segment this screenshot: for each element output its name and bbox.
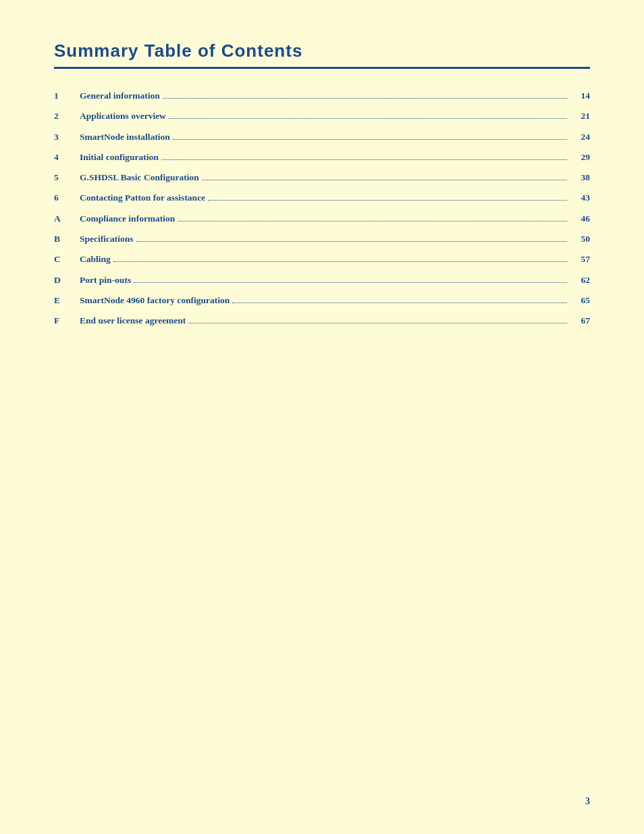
toc-dots [173,139,567,140]
toc-row[interactable]: 1General information14 [54,88,590,104]
toc-title: Initial configuration [80,149,159,165]
toc-page-number: 67 [570,313,590,329]
toc-dots [188,323,567,323]
toc-row[interactable]: 4Initial configuration29 [54,149,590,165]
toc-page-number: 65 [570,292,590,309]
toc-page-number: 43 [570,190,590,206]
toc-page-number: 50 [570,231,590,247]
toc-page-number: 46 [570,211,590,227]
page: Summary Table of Contents 1General infor… [0,0,644,834]
toc-number: E [54,292,80,309]
toc-title: SmartNode installation [80,129,170,145]
toc-row[interactable]: FEnd user license agreement67 [54,313,590,329]
toc-dots [113,261,567,262]
page-title: Summary Table of Contents [54,41,590,69]
toc-number: B [54,231,80,247]
toc-row[interactable]: 3SmartNode installation24 [54,129,590,145]
toc-dots [202,180,567,180]
toc-row[interactable]: 6Contacting Patton for assistance43 [54,190,590,206]
toc-title: Specifications [80,231,134,247]
toc-title: Compliance information [80,211,175,227]
toc-title: Cabling [80,251,111,267]
toc-page-number: 14 [570,88,590,104]
toc-dots [161,159,567,160]
page-number: 3 [585,796,590,807]
toc-title: Port pin-outs [80,272,131,288]
toc-page-number: 57 [570,251,590,267]
toc-row[interactable]: 2Applications overview21 [54,108,590,124]
toc-number: 5 [54,170,80,186]
toc-dots [208,200,567,201]
toc-number: 4 [54,149,80,165]
toc-container: 1General information142Applications over… [54,88,590,330]
toc-number: A [54,211,80,227]
toc-dots [163,98,567,99]
toc-dots [232,303,567,303]
toc-title: End user license agreement [80,313,186,329]
toc-page-number: 62 [570,272,590,288]
toc-number: 2 [54,108,80,124]
title-section: Summary Table of Contents [54,41,590,69]
toc-page-number: 29 [570,149,590,165]
toc-title: Contacting Patton for assistance [80,190,205,206]
toc-title: General information [80,88,160,104]
toc-number: F [54,313,80,329]
toc-title: SmartNode 4960 factory configuration [80,292,230,309]
toc-row[interactable]: DPort pin-outs62 [54,272,590,288]
toc-row[interactable]: ESmartNode 4960 factory configuration65 [54,292,590,309]
toc-dots [136,241,568,242]
toc-number: 3 [54,129,80,145]
toc-number: 6 [54,190,80,206]
toc-title: G.SHDSL Basic Configuration [80,170,199,186]
toc-number: 1 [54,88,80,104]
toc-row[interactable]: ACompliance information46 [54,211,590,227]
toc-page-number: 24 [570,129,590,145]
toc-dots [178,221,567,221]
toc-number: C [54,251,80,267]
toc-row[interactable]: BSpecifications50 [54,231,590,247]
toc-row[interactable]: 5G.SHDSL Basic Configuration38 [54,170,590,186]
toc-dots [169,118,567,119]
toc-number: D [54,272,80,288]
toc-row[interactable]: CCabling57 [54,251,590,267]
toc-page-number: 21 [570,108,590,124]
toc-dots [134,282,567,283]
toc-title: Applications overview [80,108,166,124]
toc-page-number: 38 [570,170,590,186]
